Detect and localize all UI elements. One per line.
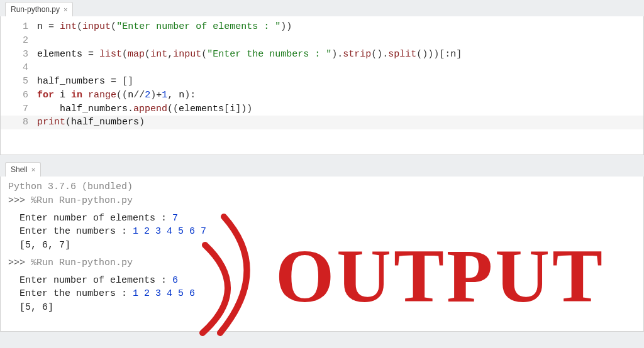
code-line[interactable]: 8print(half_numbers) <box>1 116 643 129</box>
code-line[interactable]: 5half_numbers = [] <box>1 75 643 89</box>
shell-result: [5, 6, 7] <box>19 239 636 253</box>
line-number: 2 <box>1 34 37 48</box>
shell-tab-label: Shell <box>11 165 28 174</box>
line-number: 1 <box>1 20 37 34</box>
line-number: 7 <box>1 102 37 116</box>
line-number: 6 <box>1 89 37 102</box>
code-line[interactable]: 7 half_numbers.append((elements[i])) <box>1 102 643 116</box>
shell-tab-bar: Shell × <box>0 160 644 177</box>
shell-session-output: Enter number of elements : 6Enter the nu… <box>8 270 636 315</box>
code-content: for i in range((n//2)+1, n): <box>37 89 196 102</box>
shell-session-output: Enter number of elements : 7Enter the nu… <box>8 208 636 253</box>
shell-io-line: Enter the numbers : 1 2 3 4 5 6 <box>19 287 636 301</box>
code-line[interactable]: 3elements = list(map(int,input("Enter th… <box>1 48 643 62</box>
line-number: 5 <box>1 75 37 89</box>
close-icon[interactable]: × <box>31 166 35 173</box>
code-editor[interactable]: 1n = int(input("Enter number of elements… <box>0 16 644 155</box>
code-content <box>37 61 43 75</box>
line-number: 3 <box>1 48 37 62</box>
shell-tab[interactable]: Shell × <box>5 162 41 177</box>
shell-io-line: Enter number of elements : 7 <box>19 212 636 226</box>
code-line[interactable]: 4 <box>1 61 643 75</box>
code-content: half_numbers.append((elements[i])) <box>37 102 252 116</box>
code-content: half_numbers = [] <box>37 75 133 89</box>
code-content: n = int(input("Enter number of elements … <box>37 20 292 34</box>
code-content: print(half_numbers) <box>37 116 145 129</box>
editor-tab-bar: Run-python.py × <box>0 0 644 16</box>
code-content <box>37 34 43 48</box>
code-line[interactable]: 1n = int(input("Enter number of elements… <box>1 20 643 34</box>
pane-separator <box>0 155 644 160</box>
line-number: 8 <box>1 116 37 129</box>
code-content: elements = list(map(int,input("Enter the… <box>37 48 462 62</box>
shell-io-line: Enter number of elements : 6 <box>19 274 636 288</box>
shell-line: Python 3.7.6 (bundled) <box>8 180 636 194</box>
code-line[interactable]: 2 <box>1 34 643 48</box>
shell-io-line: Enter the numbers : 1 2 3 4 5 6 7 <box>19 225 636 239</box>
editor-tab[interactable]: Run-python.py × <box>5 2 73 16</box>
shell-line: >>> %Run Run-python.py <box>8 256 636 270</box>
line-number: 4 <box>1 61 37 75</box>
close-icon[interactable]: × <box>64 6 67 13</box>
code-line[interactable]: 6for i in range((n//2)+1, n): <box>1 89 643 102</box>
shell-line: >>> %Run Run-python.py <box>8 194 636 208</box>
shell-result: [5, 6] <box>19 301 636 315</box>
editor-tab-label: Run-python.py <box>11 5 60 14</box>
shell-output[interactable]: Python 3.7.6 (bundled)>>> %Run Run-pytho… <box>0 177 644 332</box>
